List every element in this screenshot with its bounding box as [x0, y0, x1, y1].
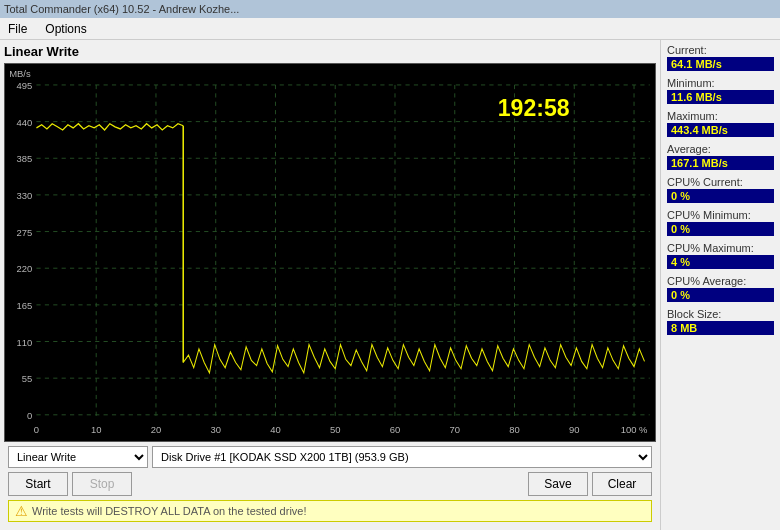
svg-text:50: 50 — [330, 424, 340, 435]
svg-text:80: 80 — [509, 424, 519, 435]
controls-row1: Linear Write Linear Read Random Write Ra… — [8, 446, 652, 468]
stat-cpu-average-label: CPU% Average: — [667, 275, 774, 287]
stat-average-label: Average: — [667, 143, 774, 155]
stat-current-label: Current: — [667, 44, 774, 56]
start-button[interactable]: Start — [8, 472, 68, 496]
svg-text:110: 110 — [17, 337, 33, 348]
stat-cpu-average-value: 0 % — [667, 288, 774, 302]
svg-text:55: 55 — [22, 373, 32, 384]
svg-text:192:58: 192:58 — [498, 95, 570, 121]
stat-cpu-maximum-value: 4 % — [667, 255, 774, 269]
svg-text:MB/s: MB/s — [9, 68, 31, 79]
save-button[interactable]: Save — [528, 472, 588, 496]
svg-text:220: 220 — [17, 263, 33, 274]
svg-text:30: 30 — [210, 424, 220, 435]
svg-text:100 %: 100 % — [621, 424, 648, 435]
svg-text:440: 440 — [17, 117, 33, 128]
test-type-select[interactable]: Linear Write Linear Read Random Write Ra… — [8, 446, 148, 468]
svg-text:70: 70 — [450, 424, 460, 435]
title-bar: Total Commander (x64) 10.52 - Andrew Koz… — [0, 0, 780, 18]
svg-text:40: 40 — [270, 424, 280, 435]
stat-maximum-value: 443.4 MB/s — [667, 123, 774, 137]
svg-text:0: 0 — [27, 410, 32, 421]
chart-svg: 495 440 385 330 275 220 165 110 55 0 MB/… — [5, 64, 655, 441]
stat-maximum-label: Maximum: — [667, 110, 774, 122]
svg-text:495: 495 — [17, 80, 33, 91]
clear-button[interactable]: Clear — [592, 472, 652, 496]
stop-button[interactable]: Stop — [72, 472, 132, 496]
stat-minimum-value: 11.6 MB/s — [667, 90, 774, 104]
stat-cpu-maximum-label: CPU% Maximum: — [667, 242, 774, 254]
chart-container: 495 440 385 330 275 220 165 110 55 0 MB/… — [4, 63, 656, 442]
stat-cpu-current-value: 0 % — [667, 189, 774, 203]
title-text: Total Commander (x64) 10.52 - Andrew Koz… — [4, 3, 239, 15]
stat-current-value: 64.1 MB/s — [667, 57, 774, 71]
controls-row2: Start Stop Save Clear — [8, 472, 652, 496]
stat-minimum-label: Minimum: — [667, 77, 774, 89]
stat-cpu-minimum: CPU% Minimum: 0 % — [667, 209, 774, 236]
svg-text:275: 275 — [17, 227, 33, 238]
svg-text:60: 60 — [390, 424, 400, 435]
warning-text: Write tests will DESTROY ALL DATA on the… — [32, 505, 307, 517]
menu-file[interactable]: File — [4, 20, 31, 38]
stat-maximum: Maximum: 443.4 MB/s — [667, 110, 774, 137]
stat-cpu-current: CPU% Current: 0 % — [667, 176, 774, 203]
svg-text:90: 90 — [569, 424, 579, 435]
svg-text:385: 385 — [17, 153, 33, 164]
stat-block-size-value: 8 MB — [667, 321, 774, 335]
svg-text:165: 165 — [17, 300, 33, 311]
stat-cpu-current-label: CPU% Current: — [667, 176, 774, 188]
stat-cpu-minimum-label: CPU% Minimum: — [667, 209, 774, 221]
right-panel: Current: 64.1 MB/s Minimum: 11.6 MB/s Ma… — [660, 40, 780, 530]
warning-icon: ⚠ — [15, 503, 28, 519]
stat-average: Average: 167.1 MB/s — [667, 143, 774, 170]
stat-block-size: Block Size: 8 MB — [667, 308, 774, 335]
svg-text:20: 20 — [151, 424, 161, 435]
svg-text:10: 10 — [91, 424, 101, 435]
stat-current: Current: 64.1 MB/s — [667, 44, 774, 71]
panel-title: Linear Write — [4, 44, 656, 59]
main-content: Linear Write — [0, 40, 780, 530]
stat-cpu-minimum-value: 0 % — [667, 222, 774, 236]
menu-options[interactable]: Options — [41, 20, 90, 38]
stat-cpu-maximum: CPU% Maximum: 4 % — [667, 242, 774, 269]
warning-bar: ⚠ Write tests will DESTROY ALL DATA on t… — [8, 500, 652, 522]
stat-block-size-label: Block Size: — [667, 308, 774, 320]
svg-text:0: 0 — [34, 424, 39, 435]
stat-average-value: 167.1 MB/s — [667, 156, 774, 170]
drive-select[interactable]: Disk Drive #1 [KODAK SSD X200 1TB] (953.… — [152, 446, 652, 468]
stat-minimum: Minimum: 11.6 MB/s — [667, 77, 774, 104]
menu-bar: File Options — [0, 18, 780, 40]
bottom-controls: Linear Write Linear Read Random Write Ra… — [4, 442, 656, 526]
left-panel: Linear Write — [0, 40, 660, 530]
svg-text:330: 330 — [17, 190, 33, 201]
stat-cpu-average: CPU% Average: 0 % — [667, 275, 774, 302]
